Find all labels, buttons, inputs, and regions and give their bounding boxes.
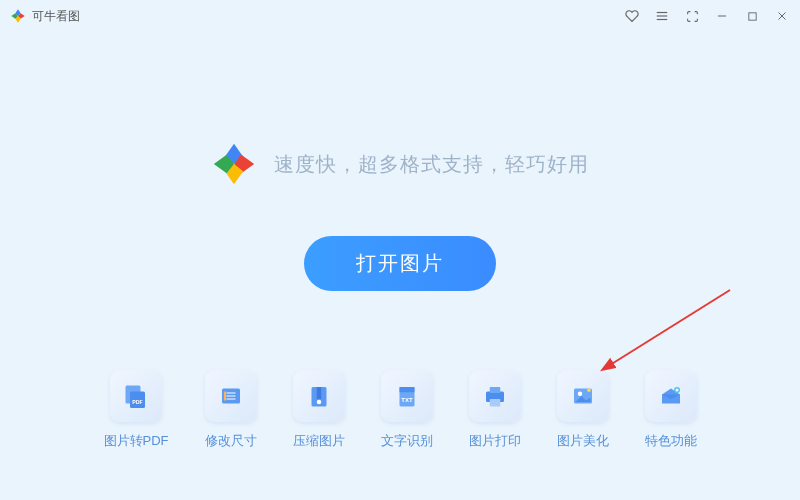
ocr-icon: TXT <box>381 370 433 422</box>
tool-label: 图片美化 <box>557 432 609 450</box>
tool-label: 图片转PDF <box>104 432 169 450</box>
svg-rect-12 <box>316 387 321 399</box>
titlebar-right <box>624 8 790 24</box>
tool-ocr[interactable]: TXT 文字识别 <box>381 370 433 450</box>
svg-point-21 <box>577 392 582 397</box>
open-image-button[interactable]: 打开图片 <box>304 236 496 291</box>
tool-label: 压缩图片 <box>293 432 345 450</box>
tool-label: 特色功能 <box>645 432 697 450</box>
tool-compress[interactable]: 压缩图片 <box>293 370 345 450</box>
tool-beautify[interactable]: 图片美化 <box>557 370 609 450</box>
close-icon[interactable] <box>774 8 790 24</box>
tool-print[interactable]: 图片打印 <box>469 370 521 450</box>
special-icon <box>645 370 697 422</box>
hero-logo-icon <box>212 142 256 186</box>
tool-special[interactable]: 特色功能 <box>645 370 697 450</box>
svg-rect-15 <box>399 387 414 392</box>
svg-point-13 <box>316 400 321 405</box>
print-icon <box>469 370 521 422</box>
menu-icon[interactable] <box>654 8 670 24</box>
titlebar-left: 可牛看图 <box>10 8 80 25</box>
tool-pdf[interactable]: PDF 图片转PDF <box>104 370 169 450</box>
resize-icon <box>205 370 257 422</box>
beautify-icon <box>557 370 609 422</box>
titlebar: 可牛看图 <box>0 0 800 32</box>
tools-row: PDF 图片转PDF 修改尺寸 压缩图片 TXT 文字识别 图片打印 图片美化 <box>0 370 800 450</box>
svg-rect-4 <box>748 12 755 19</box>
svg-text:PDF: PDF <box>132 399 143 405</box>
tool-label: 修改尺寸 <box>205 432 257 450</box>
svg-rect-19 <box>489 399 500 407</box>
tool-label: 文字识别 <box>381 432 433 450</box>
fullscreen-icon[interactable] <box>684 8 700 24</box>
compress-icon <box>293 370 345 422</box>
svg-point-22 <box>587 388 591 392</box>
svg-rect-18 <box>489 387 500 393</box>
app-title: 可牛看图 <box>32 8 80 25</box>
main-content: 速度快，超多格式支持，轻巧好用 打开图片 <box>0 32 800 291</box>
hero-tagline: 速度快，超多格式支持，轻巧好用 <box>274 151 589 178</box>
tool-resize[interactable]: 修改尺寸 <box>205 370 257 450</box>
hero: 速度快，超多格式支持，轻巧好用 <box>212 142 589 186</box>
svg-text:TXT: TXT <box>401 397 413 403</box>
maximize-icon[interactable] <box>744 8 760 24</box>
minimize-icon[interactable] <box>714 8 730 24</box>
tool-label: 图片打印 <box>469 432 521 450</box>
annotation-arrow <box>600 285 740 375</box>
svg-point-24 <box>675 389 678 392</box>
app-logo-icon <box>10 8 26 24</box>
svg-line-25 <box>610 290 730 365</box>
favorite-icon[interactable] <box>624 8 640 24</box>
pdf-icon: PDF <box>110 370 162 422</box>
